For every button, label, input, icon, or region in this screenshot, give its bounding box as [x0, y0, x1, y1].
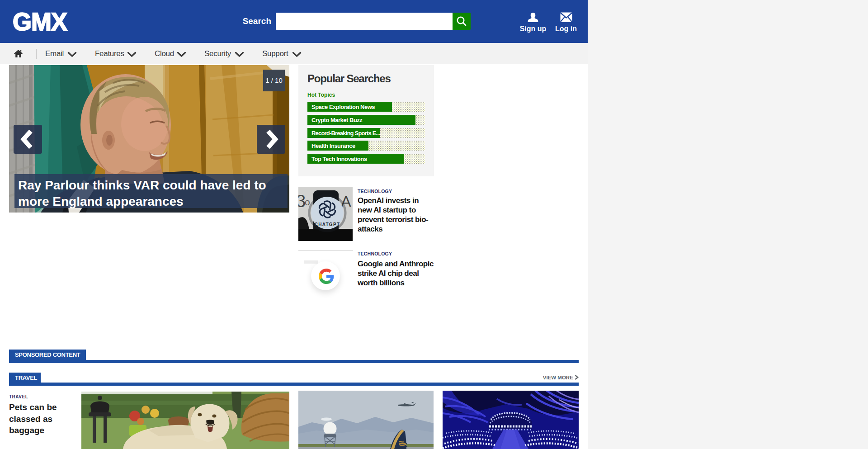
svg-text:CHATGPT: CHATGPT	[315, 222, 340, 227]
svg-text:o: o	[305, 197, 310, 207]
